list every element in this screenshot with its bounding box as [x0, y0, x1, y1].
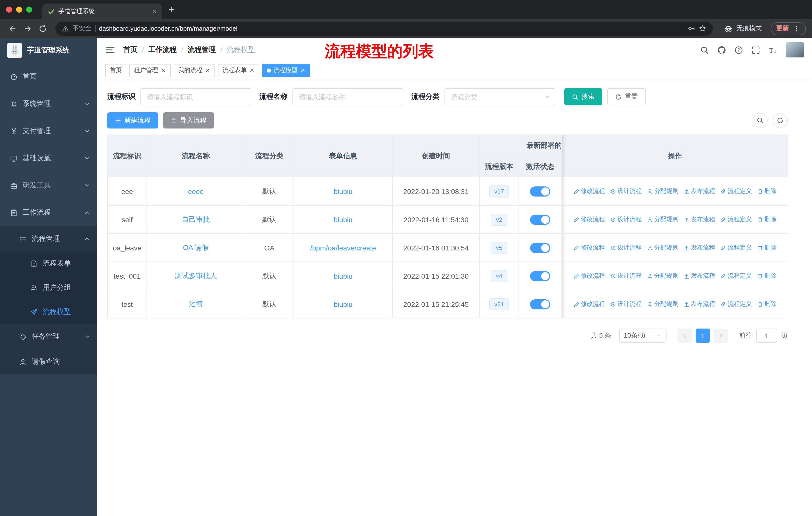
view-tab-process-form[interactable]: 流程表单	[218, 64, 259, 77]
sidebar-item-process-form[interactable]: 流程表单	[0, 251, 97, 276]
publish-process-link[interactable]: 发布流程	[684, 243, 715, 252]
sidebar-item-payment-mgmt[interactable]: 支付管理	[0, 117, 97, 145]
delete-process-link[interactable]: 删除	[757, 300, 777, 308]
address-bar[interactable]: 不安全 dashboard.yudao.iocoder.cn/bpm/manag…	[55, 21, 713, 35]
user-avatar[interactable]	[786, 42, 804, 57]
process-name-link[interactable]: 滔博	[189, 300, 203, 308]
menu-dots-icon[interactable]	[793, 25, 801, 32]
publish-process-link[interactable]: 发布流程	[684, 215, 715, 224]
category-select[interactable]	[444, 88, 555, 105]
close-icon[interactable]	[249, 67, 255, 73]
design-process-link[interactable]: 设计流程	[610, 272, 642, 280]
form-info-link[interactable]: biubiu	[334, 187, 353, 195]
assign-rules-link[interactable]: 分配规则	[647, 215, 678, 224]
reset-button[interactable]: 重置	[607, 88, 646, 105]
process-name-link[interactable]: OA 请假	[183, 243, 209, 251]
design-process-link[interactable]: 设计流程	[610, 215, 642, 224]
bookmark-star-icon[interactable]	[699, 25, 706, 32]
edit-process-link[interactable]: 修改流程	[573, 243, 605, 252]
view-tab-tenant-mgmt[interactable]: 租户管理	[129, 64, 171, 77]
github-icon[interactable]	[717, 46, 726, 54]
publish-process-link[interactable]: 发布流程	[684, 300, 715, 308]
browser-tab[interactable]: 芋道管理系统	[42, 3, 162, 19]
assign-rules-link[interactable]: 分配规则	[647, 272, 678, 280]
design-process-link[interactable]: 设计流程	[610, 187, 642, 195]
sidebar-item-infrastructure[interactable]: 基础设施	[0, 145, 97, 172]
process-name-input[interactable]	[293, 89, 403, 105]
back-button[interactable]	[6, 22, 19, 35]
forward-button[interactable]	[21, 22, 34, 35]
process-definition-link[interactable]: 流程定义	[720, 243, 752, 252]
form-info-link[interactable]: biubiu	[334, 272, 353, 280]
close-icon[interactable]	[161, 67, 166, 73]
sidebar-item-workflow[interactable]: 工作流程	[0, 199, 97, 226]
assign-rules-link[interactable]: 分配规则	[647, 243, 678, 252]
process-name-link[interactable]: eeee	[188, 187, 204, 195]
sidebar-item-leave-query[interactable]: 请假查询	[0, 349, 97, 374]
sidebar-item-dev-tools[interactable]: 研发工具	[0, 172, 97, 199]
design-process-link[interactable]: 设计流程	[610, 300, 642, 308]
page-1-button[interactable]: 1	[696, 329, 710, 343]
sidebar-item-process-model[interactable]: 流程模型	[0, 300, 97, 324]
active-toggle[interactable]	[530, 186, 550, 196]
delete-process-link[interactable]: 删除	[757, 215, 777, 224]
hamburger-icon[interactable]	[105, 45, 115, 55]
edit-process-link[interactable]: 修改流程	[573, 187, 605, 195]
reload-button[interactable]	[36, 22, 49, 35]
app-logo[interactable]: 芋道管理系统	[0, 38, 97, 63]
create-process-button[interactable]: 新建流程	[107, 112, 158, 129]
category-select-input[interactable]	[445, 89, 555, 105]
next-page-button[interactable]	[714, 329, 728, 343]
fullscreen-icon[interactable]	[752, 46, 760, 54]
form-info-link[interactable]: biubiu	[334, 215, 353, 223]
zoom-window-button[interactable]	[26, 6, 32, 12]
process-id-input[interactable]	[141, 89, 251, 105]
view-tab-process-model[interactable]: 流程模型	[262, 64, 310, 77]
breadcrumb-item-1[interactable]: 工作流程	[148, 45, 177, 54]
form-info-link[interactable]: /bpm/oa/leave/create	[310, 244, 376, 252]
new-tab-button[interactable]	[168, 6, 175, 13]
process-definition-link[interactable]: 流程定义	[720, 272, 752, 280]
active-toggle[interactable]	[530, 214, 550, 224]
delete-process-link[interactable]: 删除	[757, 187, 777, 195]
design-process-link[interactable]: 设计流程	[610, 243, 642, 252]
active-toggle[interactable]	[530, 299, 550, 309]
assign-rules-link[interactable]: 分配规则	[647, 187, 678, 195]
active-toggle[interactable]	[530, 243, 550, 253]
breadcrumb-item-0[interactable]: 首页	[123, 45, 138, 54]
delete-process-link[interactable]: 删除	[757, 272, 777, 280]
process-definition-link[interactable]: 流程定义	[720, 215, 752, 224]
minimize-window-button[interactable]	[16, 6, 22, 12]
process-definition-link[interactable]: 流程定义	[720, 187, 752, 195]
assign-rules-link[interactable]: 分配规则	[647, 300, 678, 308]
publish-process-link[interactable]: 发布流程	[684, 187, 715, 195]
edit-process-link[interactable]: 修改流程	[573, 300, 605, 308]
view-tab-my-process[interactable]: 我的流程	[174, 64, 215, 77]
publish-process-link[interactable]: 发布流程	[684, 272, 715, 280]
form-info-link[interactable]: biubiu	[334, 300, 353, 308]
breadcrumb-item-2[interactable]: 流程管理	[188, 45, 216, 54]
prev-page-button[interactable]	[677, 329, 692, 343]
page-size-select[interactable]: 10条/页	[619, 329, 667, 343]
font-size-icon[interactable]	[769, 46, 777, 54]
import-process-button[interactable]: 导入流程	[163, 112, 214, 129]
sidebar-item-task-mgmt[interactable]: 任务管理	[0, 324, 97, 349]
close-window-button[interactable]	[6, 6, 12, 12]
sidebar-item-process-mgmt[interactable]: 流程管理	[0, 226, 97, 251]
process-name-link[interactable]: 测试多审批人	[175, 271, 217, 279]
goto-page-input[interactable]	[756, 329, 777, 343]
process-name-link[interactable]: 自己审批	[182, 215, 210, 223]
edit-process-link[interactable]: 修改流程	[573, 215, 605, 224]
close-tab-icon[interactable]	[151, 8, 157, 14]
search-icon[interactable]	[700, 46, 709, 54]
close-icon[interactable]	[300, 67, 306, 73]
search-button[interactable]: 搜索	[564, 88, 602, 105]
delete-process-link[interactable]: 删除	[757, 243, 777, 252]
sidebar-item-system-mgmt[interactable]: 系统管理	[0, 90, 97, 117]
sidebar-item-home[interactable]: 首页	[0, 63, 97, 90]
edit-process-link[interactable]: 修改流程	[573, 272, 605, 280]
close-icon[interactable]	[205, 67, 210, 73]
refresh-table-button[interactable]	[773, 113, 788, 128]
key-icon[interactable]	[688, 25, 695, 32]
toggle-search-button[interactable]	[753, 113, 768, 128]
